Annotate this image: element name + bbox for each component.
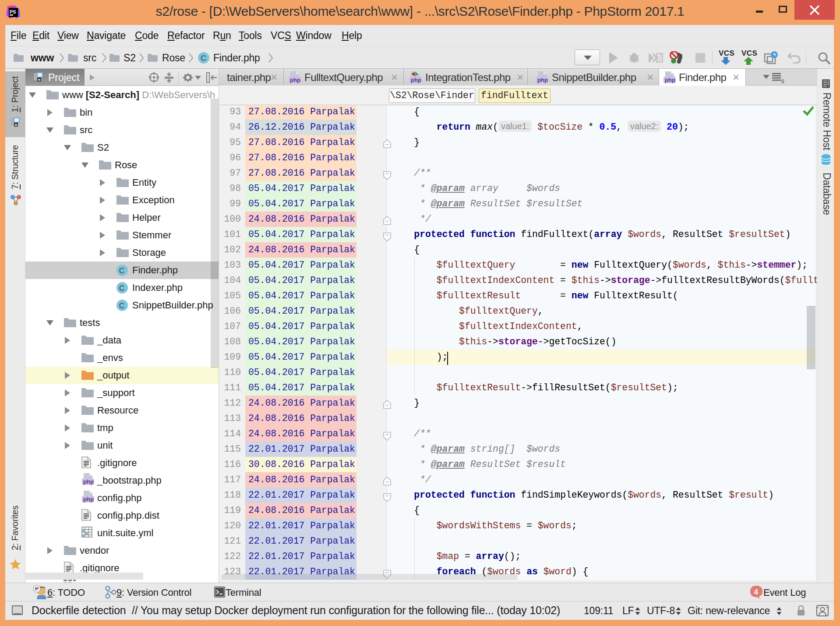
svg-text:C: C: [119, 301, 125, 310]
svg-text:4: 4: [754, 588, 759, 596]
svg-text:C: C: [201, 54, 206, 63]
svg-text:C: C: [119, 284, 125, 293]
svg-text:php: php: [537, 77, 548, 83]
svg-text:php: php: [290, 77, 300, 83]
svg-text:php: php: [83, 496, 94, 502]
svg-text:C: C: [119, 266, 125, 275]
svg-text:php: php: [83, 478, 94, 485]
svg-text:php: php: [411, 77, 421, 83]
svg-text:php: php: [665, 77, 675, 83]
